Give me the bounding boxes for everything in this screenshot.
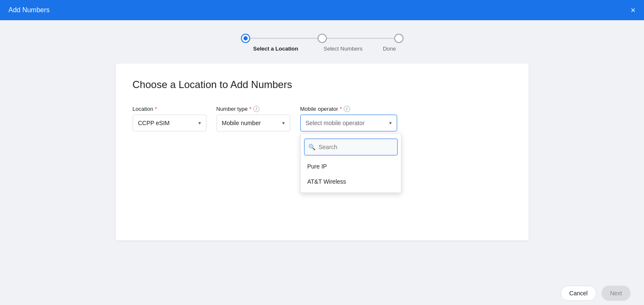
form-row: Location * CCPP eSIM ▾ Number type * i M… [133,106,512,131]
number-type-select[interactable]: Mobile number ▾ [216,115,290,131]
number-type-info-icon[interactable]: i [253,106,259,112]
footer: Cancel Next [0,281,644,305]
step-label-2: Select Numbers [310,45,377,52]
dropdown-option-att-wireless[interactable]: AT&T Wireless [301,174,401,189]
step-label-3: Done [377,45,402,52]
mobile-operator-chevron-icon: ▾ [389,120,392,126]
location-select[interactable]: CCPP eSIM ▾ [133,115,206,131]
number-type-label: Number type * i [216,106,290,112]
step-line-2 [327,38,394,39]
mobile-operator-info-icon[interactable]: i [344,106,350,112]
step-line-1 [250,38,318,39]
modal-body: Select a Location Select Numbers Done Ch… [0,20,644,305]
steps-labels: Select a Location Select Numbers Done [242,45,402,52]
mobile-operator-label: Mobile operator * i [300,106,397,112]
search-icon-wrap: 🔍 [304,139,398,155]
step-circle-3 [394,34,404,43]
next-button[interactable]: Next [601,286,631,301]
location-group: Location * CCPP eSIM ▾ [133,106,206,131]
step-circle-2 [318,34,327,43]
mobile-operator-dropdown: 🔍 Pure IP AT&T Wireless [300,133,401,193]
location-chevron-icon: ▾ [198,120,201,126]
step-circle-1 [241,34,250,43]
mobile-operator-required: * [340,106,342,112]
modal-header: Add Numbers × [0,0,644,20]
location-label: Location * [133,106,206,112]
dropdown-search-wrapper: 🔍 [301,137,401,159]
close-button[interactable]: × [631,6,636,14]
stepper: Select a Location Select Numbers Done [241,34,404,52]
number-type-required: * [249,106,251,112]
step-label-1: Select a Location [242,45,310,52]
number-type-chevron-icon: ▾ [282,120,285,126]
mobile-operator-group: Mobile operator * i Select mobile operat… [300,106,397,131]
dropdown-option-pure-ip[interactable]: Pure IP [301,159,401,174]
mobile-operator-select[interactable]: Select mobile operator ▾ [300,115,397,131]
steps-track [241,34,404,43]
number-type-group: Number type * i Mobile number ▾ [216,106,290,131]
location-required: * [155,106,157,112]
mobile-operator-search-input[interactable] [304,139,398,155]
cancel-button[interactable]: Cancel [561,286,597,301]
card-title: Choose a Location to Add Numbers [133,79,512,91]
main-card: Choose a Location to Add Numbers Locatio… [116,64,529,241]
modal-title: Add Numbers [8,6,50,14]
